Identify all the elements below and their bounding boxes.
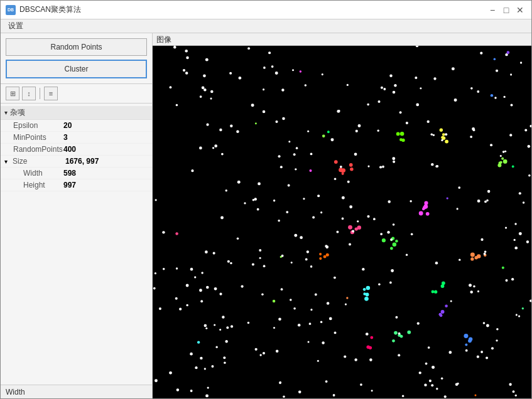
prop-row-epsilon: Epsilon 20 bbox=[1, 120, 152, 132]
status-bar: Width bbox=[1, 385, 152, 398]
menu-bar: 设置 bbox=[1, 19, 531, 33]
size-expand-icon: ▾ bbox=[1, 158, 8, 165]
image-panel: 图像 bbox=[153, 33, 531, 398]
title-bar: DB DBSCAN聚类算法 − □ ✕ bbox=[1, 1, 531, 19]
status-text: Width bbox=[6, 388, 25, 396]
app-icon: DB bbox=[6, 5, 16, 15]
minimize-button[interactable]: − bbox=[486, 4, 499, 16]
scatter-plot bbox=[153, 46, 531, 398]
prop-row-minpoints: MinPoints 3 bbox=[1, 132, 152, 144]
prop-name-randompoints: RandomPoints bbox=[1, 145, 63, 154]
prop-name-height: Height bbox=[1, 181, 63, 189]
prop-value-randompoints: 400 bbox=[63, 145, 152, 154]
image-label: 图像 bbox=[153, 33, 531, 46]
expand-icon: ▾ bbox=[4, 109, 8, 116]
button-area: Random Points Cluster bbox=[1, 33, 152, 84]
left-panel: Random Points Cluster ⊞ ↕ ≡ ▾ 杂项 bbox=[1, 33, 153, 398]
close-button[interactable]: ✕ bbox=[514, 4, 526, 16]
prop-value-height: 997 bbox=[63, 181, 152, 189]
properties-panel: ▾ 杂项 Epsilon 20 MinPoints 3 RandomPoints… bbox=[1, 104, 152, 385]
sort-button[interactable]: ↕ bbox=[22, 87, 36, 100]
prop-value-size: 1676, 997 bbox=[65, 157, 152, 166]
prop-value-epsilon: 20 bbox=[63, 121, 152, 130]
category-misc[interactable]: ▾ 杂项 bbox=[1, 106, 152, 120]
random-points-button[interactable]: Random Points bbox=[6, 38, 147, 56]
window-controls: − □ ✕ bbox=[486, 4, 526, 16]
main-window: DB DBSCAN聚类算法 − □ ✕ 设置 Random Points Clu… bbox=[0, 0, 532, 399]
prop-row-randompoints: RandomPoints 400 bbox=[1, 144, 152, 156]
list-view-button[interactable]: ≡ bbox=[44, 87, 58, 100]
grid-view-button[interactable]: ⊞ bbox=[6, 87, 19, 100]
prop-name-epsilon: Epsilon bbox=[1, 121, 63, 130]
maximize-button[interactable]: □ bbox=[500, 4, 513, 16]
prop-name-width: Width bbox=[1, 169, 63, 178]
menu-settings[interactable]: 设置 bbox=[3, 19, 28, 33]
toolbar-separator bbox=[40, 88, 40, 99]
scatter-canvas-area bbox=[153, 46, 531, 398]
prop-row-size: ▾ Size 1676, 997 bbox=[1, 156, 152, 168]
prop-name-minpoints: MinPoints bbox=[1, 133, 63, 142]
list-icon: ≡ bbox=[49, 90, 53, 97]
main-content: Random Points Cluster ⊞ ↕ ≡ ▾ 杂项 bbox=[1, 33, 531, 398]
prop-row-width: Width 598 bbox=[1, 168, 152, 179]
properties-toolbar: ⊞ ↕ ≡ bbox=[1, 84, 152, 104]
window-title: DBSCAN聚类算法 bbox=[19, 4, 486, 15]
prop-row-height: Height 997 bbox=[1, 179, 152, 191]
sort-icon: ↕ bbox=[27, 90, 31, 97]
category-label: 杂项 bbox=[10, 107, 25, 118]
prop-value-minpoints: 3 bbox=[63, 133, 152, 142]
cluster-button[interactable]: Cluster bbox=[6, 60, 147, 78]
prop-value-width: 598 bbox=[63, 169, 152, 178]
grid-icon: ⊞ bbox=[10, 90, 16, 98]
prop-name-size: Size bbox=[10, 157, 65, 166]
